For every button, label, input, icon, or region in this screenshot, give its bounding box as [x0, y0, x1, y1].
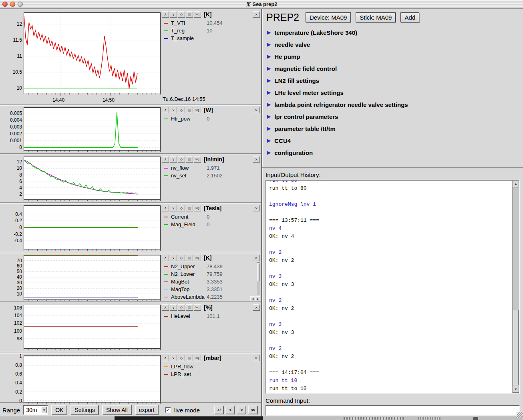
legend-scrollbar-thumb[interactable]: [257, 263, 260, 281]
legend-item[interactable]: T_VTI10.454: [162, 19, 260, 27]
legend-scrollbar[interactable]: [257, 262, 260, 295]
grid-button[interactable]: ▦: [186, 304, 193, 311]
scroll-up-button[interactable]: ∧: [162, 255, 169, 261]
chart-close-button[interactable]: ×: [253, 355, 260, 361]
tree-item-configuration[interactable]: ▶configuration: [262, 147, 523, 159]
window-close-button[interactable]: [2, 2, 8, 7]
chart-close-button[interactable]: ×: [253, 304, 260, 311]
log-scale-button[interactable]: log: [194, 304, 201, 311]
chart-close-button[interactable]: ×: [253, 205, 260, 211]
legend-item[interactable]: nv_set2.1502: [162, 172, 260, 179]
scroll-down-button[interactable]: ∨: [170, 107, 177, 113]
step-back-button[interactable]: <: [225, 406, 235, 414]
grid-button[interactable]: ▦: [186, 255, 193, 261]
command-input[interactable]: [266, 405, 520, 416]
legend-item[interactable]: MagBot3.3353: [162, 278, 260, 285]
chart-plot-4[interactable]: [24, 205, 161, 252]
add-button[interactable]: Add: [400, 12, 419, 22]
scroll-down-button[interactable]: ∨: [170, 156, 177, 163]
scroll-down-button[interactable]: ▼: [513, 386, 519, 393]
legend-item[interactable]: T_sample: [162, 34, 260, 42]
grid-button[interactable]: ▦: [186, 355, 193, 361]
window-minimize-button[interactable]: [10, 2, 15, 7]
chart-plot-5[interactable]: [24, 255, 161, 303]
device-button[interactable]: Device: MA09: [306, 12, 351, 22]
legend-item[interactable]: nv_flow1.971: [162, 164, 260, 172]
log-scale-button[interactable]: log: [194, 355, 201, 361]
tree-item-temperature-lakeshore-340[interactable]: ▶temperature (LakeShore 340): [262, 26, 523, 38]
settings-button[interactable]: Settings: [70, 405, 99, 415]
tree-item-he-pump[interactable]: ▶He pump: [262, 50, 523, 62]
autoscale-button[interactable]: ◇: [178, 107, 185, 113]
autoscale-button[interactable]: ◇: [178, 11, 185, 18]
scroll-down-button[interactable]: ∨: [170, 355, 177, 361]
legend-item[interactable]: N2_Lower79.759: [162, 270, 260, 278]
autoscale-button[interactable]: ◇: [178, 255, 185, 261]
scroll-down-button[interactable]: ∨: [170, 11, 177, 18]
scroll-up-button[interactable]: ∧: [162, 156, 169, 163]
log-scale-button[interactable]: log: [194, 255, 201, 261]
legend-item[interactable]: N2_Upper78.439: [162, 263, 260, 270]
scroll-down-button[interactable]: ∨: [170, 205, 177, 211]
autoscale-button[interactable]: ◇: [178, 304, 185, 311]
legend-item[interactable]: AboveLambda4.2235: [162, 293, 260, 301]
autoscale-button[interactable]: ◇: [178, 156, 185, 163]
scroll-up-button[interactable]: ∧: [162, 304, 169, 311]
history-scrollbar[interactable]: ▲ ▼: [512, 181, 519, 393]
legend-item[interactable]: LPR_flow: [162, 363, 260, 370]
grid-button[interactable]: ▦: [186, 156, 193, 163]
step-forward-button[interactable]: >: [237, 406, 246, 414]
autoscale-button[interactable]: ◇: [178, 355, 185, 361]
io-history-box[interactable]: run tt 80run tt to 80 ignoreMsg lnv 1 ==…: [266, 180, 520, 394]
legend-item[interactable]: Htr_pow0: [162, 115, 260, 123]
tree-item-magnetic-field-control[interactable]: ▶magnetic field control: [262, 62, 523, 74]
legend-scroll-right-button[interactable]: ►: [255, 296, 260, 301]
legend-item[interactable]: MagTop3.3351: [162, 285, 260, 293]
show-all-button[interactable]: Show All: [102, 405, 132, 415]
chart-close-button[interactable]: ×: [253, 156, 260, 163]
tree-item-lhe-level-meter-settings[interactable]: ▶LHe level meter settings: [262, 86, 523, 98]
window-titlebar[interactable]: X Sea prep2: [0, 0, 523, 9]
scroll-up-button[interactable]: ∧: [162, 107, 169, 113]
grid-button[interactable]: ▦: [186, 205, 193, 211]
log-scale-button[interactable]: log: [194, 156, 201, 163]
legend-item[interactable]: T_reg10: [162, 27, 260, 34]
range-select[interactable]: 30m ▼: [23, 405, 48, 415]
scrollbar-thumb[interactable]: [513, 310, 519, 385]
autoscale-button[interactable]: ◇: [178, 205, 185, 211]
jump-end-button[interactable]: ≫: [248, 406, 258, 414]
chart-close-button[interactable]: ×: [253, 107, 260, 113]
chart-plot-6[interactable]: [24, 305, 161, 352]
scroll-up-button[interactable]: ∧: [162, 11, 169, 18]
legend-item[interactable]: HeLevel101.1: [162, 312, 260, 320]
ok-button[interactable]: OK: [51, 405, 67, 415]
grid-button[interactable]: ▦: [186, 11, 193, 18]
legend-scroll-left-button[interactable]: ◄: [250, 296, 255, 301]
live-mode-checkbox[interactable]: ✓: [165, 407, 171, 413]
scroll-up-button[interactable]: ▲: [513, 181, 519, 187]
stick-button[interactable]: Stick: MA09: [356, 12, 396, 22]
tree-item-needle-valve[interactable]: ▶needle valve: [262, 38, 523, 50]
log-scale-button[interactable]: log: [194, 205, 201, 211]
chart-plot-7[interactable]: [24, 355, 161, 405]
chart-plot-2[interactable]: [24, 107, 161, 153]
scroll-down-button[interactable]: ∨: [170, 255, 177, 261]
tree-item-ln2-fill-settings[interactable]: ▶LN2 fill settings: [262, 74, 523, 86]
export-button[interactable]: export: [135, 405, 159, 415]
chart-close-button[interactable]: ×: [253, 11, 260, 18]
chart-close-button[interactable]: ×: [253, 255, 260, 261]
resize-grip[interactable]: [517, 412, 523, 418]
scroll-down-button[interactable]: ∨: [170, 304, 177, 311]
window-zoom-button[interactable]: [18, 2, 23, 7]
scroll-up-button[interactable]: ∧: [162, 205, 169, 211]
tree-item-lambda-point-refrigerator-needle-valve-s[interactable]: ▶lambda point refrigerator needle valve …: [262, 98, 523, 111]
tree-item-lpr-control-parameters[interactable]: ▶lpr control parameters: [262, 111, 523, 123]
legend-item[interactable]: Current0: [162, 213, 260, 221]
scroll-up-button[interactable]: ∧: [162, 355, 169, 361]
tree-item-ccu4[interactable]: ▶CCU4: [262, 135, 523, 147]
chart-plot-3[interactable]: [24, 157, 161, 203]
tree-item-parameter-table-tt-tm[interactable]: ▶parameter table /tt/tm: [262, 123, 523, 135]
legend-item[interactable]: LPR_set: [162, 370, 260, 378]
chart-plot-1[interactable]: [24, 12, 161, 96]
grid-button[interactable]: ▦: [186, 107, 193, 113]
